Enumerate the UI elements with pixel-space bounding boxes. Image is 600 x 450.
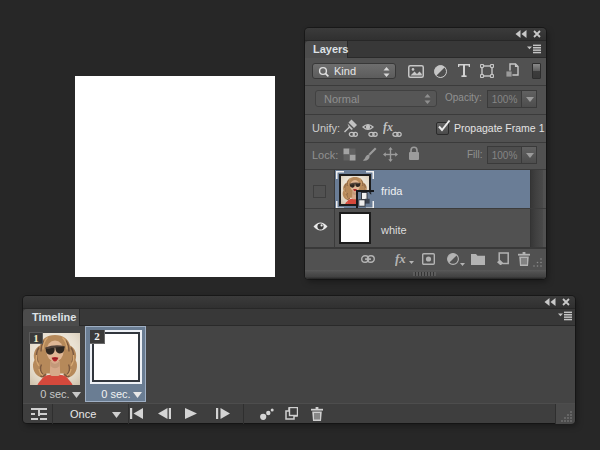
svg-text:fx: fx <box>383 120 393 134</box>
svg-text:fx: fx <box>395 252 406 266</box>
